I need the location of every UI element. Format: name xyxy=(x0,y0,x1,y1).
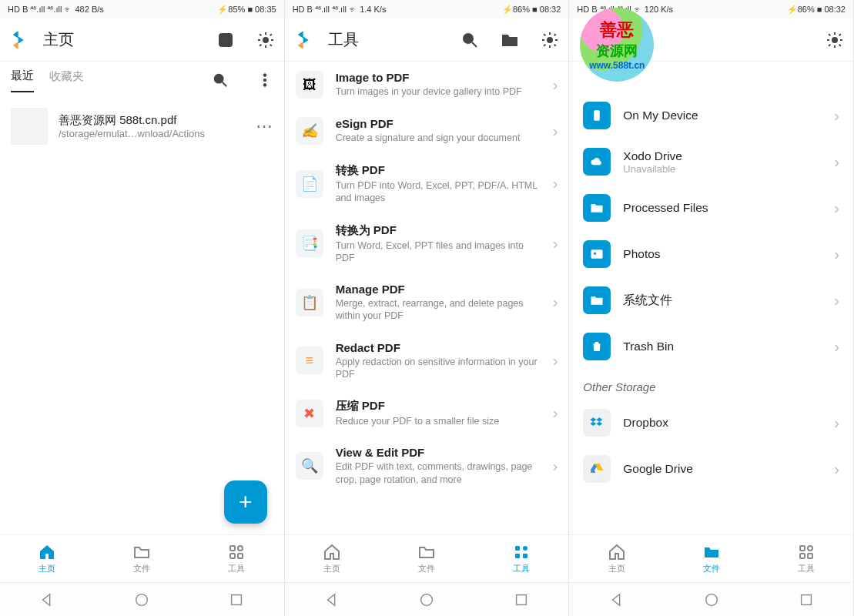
home-icon xyxy=(608,543,626,561)
nav-files-label: 文件 xyxy=(418,563,435,574)
tool-manage-pdf[interactable]: 📋 Manage PDFMerge, extract, rearrange, a… xyxy=(285,273,569,332)
file-more-icon[interactable]: ⋯ xyxy=(256,116,273,136)
app-logo-icon xyxy=(9,29,31,51)
tool-compress-pdf[interactable]: ✖ 压缩 PDFReduce your PDF to a smaller fil… xyxy=(285,390,569,437)
tool-title: 压缩 PDF xyxy=(336,399,541,413)
watermark-line1: 善恶 xyxy=(600,18,634,42)
android-recent-icon[interactable] xyxy=(798,591,815,608)
tool-desc: Apply redaction on sensitive information… xyxy=(336,356,541,381)
settings-icon[interactable] xyxy=(541,31,559,49)
chevron-right-icon: › xyxy=(834,199,839,217)
nav-home[interactable]: 主页 xyxy=(309,543,355,574)
device-icon xyxy=(583,102,611,129)
tool-redact-pdf[interactable]: ≡ Redact PDFApply redaction on sensitive… xyxy=(285,332,569,390)
trash-icon xyxy=(583,333,611,360)
search-icon[interactable] xyxy=(212,72,229,89)
storage-title: Google Drive xyxy=(623,462,822,476)
folder-icon xyxy=(702,543,721,561)
storage-processed-files[interactable]: Processed Files › xyxy=(569,185,853,231)
search-icon[interactable] xyxy=(460,31,479,49)
nav-files[interactable]: 文件 xyxy=(688,543,735,574)
android-back-icon[interactable] xyxy=(608,591,625,608)
android-back-icon[interactable] xyxy=(39,591,55,608)
tool-icon: 📑 xyxy=(296,229,323,257)
tool-convert-to-pdf[interactable]: 📑 转换为 PDFTurn Word, Excel, PPT files and… xyxy=(285,214,569,274)
tab-favorites[interactable]: 收藏夹 xyxy=(49,69,84,92)
app-header: 主页 1 xyxy=(0,18,284,62)
svg-point-16 xyxy=(548,38,552,42)
tool-esign-pdf[interactable]: ✍ eSign PDFCreate a signature and sign y… xyxy=(285,108,569,154)
status-right: ⚡86% ■ 08:32 xyxy=(787,5,846,15)
nav-tools[interactable]: 工具 xyxy=(213,543,260,574)
nav-home-label: 主页 xyxy=(323,563,340,574)
file-item[interactable]: 善恶资源网 588t.cn.pdf /storage/emulat…wnload… xyxy=(0,99,284,154)
tool-desc: Turn PDF into Word, Excel, PPT, PDF/A, H… xyxy=(336,179,541,205)
storage-photos[interactable]: Photos › xyxy=(569,231,853,277)
nav-home[interactable]: 主页 xyxy=(594,543,640,574)
storage-dropbox[interactable]: Dropbox › xyxy=(569,400,853,446)
storage-google-drive[interactable]: Google Drive › xyxy=(569,446,853,492)
android-back-icon[interactable] xyxy=(323,591,340,608)
more-icon[interactable] xyxy=(256,72,273,89)
settings-icon[interactable] xyxy=(826,31,844,49)
tool-icon: ≡ xyxy=(296,346,323,374)
bottom-nav: 主页 文件 工具 xyxy=(285,534,569,582)
svg-point-6 xyxy=(263,79,266,82)
nav-home[interactable]: 主页 xyxy=(24,543,70,574)
svg-line-15 xyxy=(472,42,477,47)
nav-tools-label: 工具 xyxy=(513,563,530,574)
svg-rect-13 xyxy=(232,594,242,604)
svg-rect-25 xyxy=(591,249,603,259)
storage-xodo-drive[interactable]: Xodo DriveUnavailable › xyxy=(569,139,853,185)
chevron-right-icon: › xyxy=(834,414,839,432)
fab-add-button[interactable]: + xyxy=(224,480,267,524)
folder-icon[interactable] xyxy=(501,31,519,49)
android-home-icon[interactable] xyxy=(703,591,720,608)
tool-title: eSign PDF xyxy=(336,117,541,130)
screen-files: HD B ⁴⁶.ıll ⁴⁶.ıll ᯤ 120 K/s ⚡86% ■ 08:3… xyxy=(569,0,854,616)
svg-rect-30 xyxy=(808,554,812,558)
tool-desc: Create a signature and sign your documen… xyxy=(336,132,541,144)
android-recent-icon[interactable] xyxy=(228,591,245,608)
storage-system-files[interactable]: 系统文件 › xyxy=(569,277,853,323)
folder-processed-icon xyxy=(583,194,611,222)
svg-rect-8 xyxy=(230,546,235,551)
tool-desc: Edit PDF with text, comments, drawings, … xyxy=(336,460,541,486)
tool-image-to-pdf[interactable]: 🖼 Image to PDFTurn images in your device… xyxy=(285,62,569,108)
android-navbar xyxy=(285,582,569,616)
android-navbar xyxy=(569,582,853,616)
nav-files[interactable]: 文件 xyxy=(119,543,165,574)
tool-desc: Reduce your PDF to a smaller file size xyxy=(336,415,541,427)
svg-point-28 xyxy=(808,546,812,551)
svg-point-9 xyxy=(238,546,243,551)
chevron-right-icon: › xyxy=(553,175,558,192)
svg-point-31 xyxy=(705,594,717,605)
page-title: 主页 xyxy=(43,29,195,50)
tab-recent[interactable]: 最近 xyxy=(11,69,34,92)
svg-line-4 xyxy=(222,82,226,87)
chevron-right-icon: › xyxy=(553,293,558,311)
storage-on-my-device[interactable]: On My Device › xyxy=(569,92,853,139)
tool-icon: ✍ xyxy=(296,117,323,145)
storage-subtitle: Unavailable xyxy=(623,163,822,175)
chevron-right-icon: › xyxy=(553,122,558,140)
file-name: 善恶资源网 588t.cn.pdf xyxy=(59,113,245,128)
svg-rect-27 xyxy=(800,546,805,551)
counter-icon[interactable]: 1 xyxy=(216,31,235,49)
storage-trash-bin[interactable]: Trash Bin › xyxy=(569,323,853,370)
settings-icon[interactable] xyxy=(256,31,275,49)
android-home-icon[interactable] xyxy=(133,591,150,608)
nav-tools[interactable]: 工具 xyxy=(783,543,829,574)
storage-title: Xodo Drive xyxy=(623,149,822,163)
nav-files[interactable]: 文件 xyxy=(404,543,450,574)
tool-view-edit-pdf[interactable]: 🔍 View & Edit PDFEdit PDF with text, com… xyxy=(285,437,569,495)
svg-point-21 xyxy=(421,594,433,605)
android-recent-icon[interactable] xyxy=(513,591,530,608)
app-logo-icon xyxy=(294,29,316,51)
nav-tools[interactable]: 工具 xyxy=(498,543,544,574)
android-home-icon[interactable] xyxy=(418,591,435,608)
page-title: 工具 xyxy=(328,29,440,50)
tools-icon xyxy=(512,543,531,561)
tool-convert-pdf[interactable]: 📄 转换 PDFTurn PDF into Word, Excel, PPT, … xyxy=(285,154,569,214)
chevron-right-icon: › xyxy=(834,246,839,263)
